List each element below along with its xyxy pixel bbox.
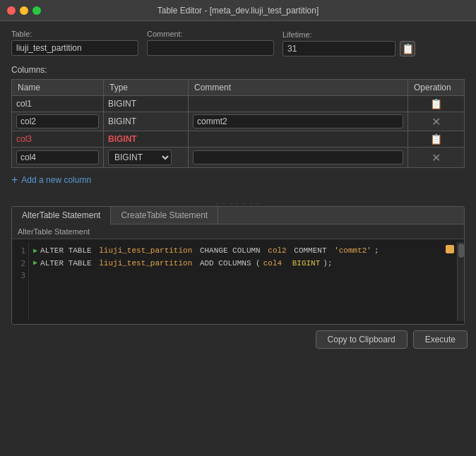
copy-to-clipboard-button[interactable]: Copy to Clipboard: [316, 330, 407, 349]
panel-resizer[interactable]: · · · · · · ·: [0, 200, 476, 206]
status-dot: [446, 245, 454, 253]
code-l2-p1: ALTER TABLE: [40, 258, 96, 270]
bottom-panel-wrapper: AlterTable Statement CreateTable Stateme…: [0, 206, 476, 325]
col1-name: col1: [16, 99, 32, 109]
col4-type-select[interactable]: BIGINT INT VARCHAR STRING DOUBLE FLOAT: [108, 150, 172, 165]
col2-comment-cell: [189, 112, 408, 131]
col4-type-cell: BIGINT INT VARCHAR STRING DOUBLE FLOAT: [104, 148, 189, 168]
code-l1-p2: liuji_test_partition: [99, 245, 192, 258]
code-l2-p3: ADD COLUMNS (: [195, 258, 260, 270]
code-l1-p1: ALTER TABLE: [40, 245, 96, 258]
code-l1-p4: col2: [268, 245, 286, 258]
code-line-2: ▶ ALTER TABLE liuji_test_partition ADD C…: [33, 258, 453, 270]
col4-name-cell: [12, 148, 104, 168]
lifetime-field-group: Lifetime: 📋: [282, 30, 415, 56]
code-l2-p5: [285, 258, 290, 270]
col-header-operation: Operation: [408, 80, 465, 96]
col2-op-cell: ✕: [408, 112, 465, 131]
col3-op-cell: 📋: [408, 131, 465, 148]
add-column-button[interactable]: + Add a new column: [11, 174, 465, 186]
line-num-2: 2: [12, 258, 28, 270]
col4-delete-icon[interactable]: ✕: [432, 152, 441, 164]
code-l1-p3: CHANGE COLUMN: [195, 245, 265, 258]
col3-type-cell: BIGINT: [104, 131, 189, 148]
code-line-3: [33, 270, 453, 282]
code-area: 1 2 3 ▶ ALTER TABLE liuji_test_partition…: [12, 239, 464, 324]
columns-label: Columns:: [11, 65, 465, 75]
columns-table: Name Type Comment Operation col1 BIGINT …: [11, 79, 465, 168]
minimize-button[interactable]: [20, 6, 28, 15]
line-num-3: 3: [12, 270, 28, 282]
bottom-panel: AlterTable Statement CreateTable Stateme…: [11, 206, 465, 325]
col1-type: BIGINT: [108, 99, 136, 109]
table-input[interactable]: [11, 40, 138, 56]
comment-field-group: Comment:: [147, 30, 274, 56]
close-button[interactable]: [7, 6, 16, 15]
col1-op-cell: 📋: [408, 96, 465, 112]
col2-name-input[interactable]: [16, 114, 99, 128]
code-l1-p6: 'commt2': [334, 245, 371, 258]
table-row: BIGINT INT VARCHAR STRING DOUBLE FLOAT ✕: [12, 148, 465, 168]
col-header-type: Type: [104, 80, 189, 96]
col3-edit-icon[interactable]: 📋: [430, 133, 442, 145]
lifetime-icon-button[interactable]: 📋: [400, 41, 415, 56]
run-arrow-1[interactable]: ▶: [33, 246, 37, 257]
col3-name: col3: [16, 134, 32, 144]
execute-button[interactable]: Execute: [413, 330, 468, 349]
comment-input[interactable]: [147, 40, 274, 56]
col2-type-cell: BIGINT: [104, 112, 189, 131]
top-row: Table: Comment: Lifetime: 📋: [11, 30, 465, 56]
table-row: col3 BIGINT 📋: [12, 131, 465, 148]
col4-comment-input[interactable]: [193, 150, 403, 164]
code-l2-p6: BIGINT: [292, 258, 321, 270]
title-bar: Table Editor - [meta_dev.liuji_test_part…: [0, 0, 476, 21]
table-row: col1 BIGINT 📋: [12, 96, 465, 112]
line-numbers: 1 2 3: [12, 242, 29, 321]
code-lines: ▶ ALTER TABLE liuji_test_partition CHANG…: [29, 242, 457, 321]
col2-comment-input[interactable]: [193, 114, 403, 128]
tab-create[interactable]: CreateTable Statement: [111, 207, 218, 224]
code-l2-p4: col4: [263, 258, 282, 270]
add-column-label: Add a new column: [21, 175, 91, 185]
code-l2-p2: liuji_test_partition: [99, 258, 192, 270]
lifetime-label: Lifetime:: [282, 30, 395, 39]
col4-comment-cell: [189, 148, 408, 168]
col2-delete-icon[interactable]: ✕: [432, 116, 441, 128]
code-l1-p5: COMMENT: [290, 245, 331, 258]
col4-op-cell: ✕: [408, 148, 465, 168]
scrollbar-thumb[interactable]: [458, 244, 464, 258]
statement-label: AlterTable Statement: [12, 224, 464, 239]
main-content: Table: Comment: Lifetime: 📋 Columns: Nam…: [0, 21, 476, 195]
code-l2-p7: );: [323, 258, 332, 270]
col2-type: BIGINT: [108, 116, 136, 126]
tab-bar: AlterTable Statement CreateTable Stateme…: [12, 207, 464, 224]
resizer-dots: · · · · · · ·: [216, 200, 260, 208]
code-line-1: ▶ ALTER TABLE liuji_test_partition CHANG…: [33, 245, 453, 258]
col1-comment-cell: [189, 96, 408, 112]
comment-label: Comment:: [147, 30, 274, 38]
table-label: Table:: [11, 30, 138, 38]
run-arrow-2[interactable]: ▶: [33, 258, 37, 269]
col3-comment-cell: [189, 131, 408, 148]
lifetime-input[interactable]: [282, 41, 395, 56]
footer: Copy to Clipboard Execute: [0, 325, 476, 354]
col3-name-cell: col3: [12, 131, 104, 148]
line-num-1: 1: [12, 245, 28, 258]
col-header-comment: Comment: [189, 80, 408, 96]
col4-name-input[interactable]: [16, 150, 99, 164]
col1-edit-icon[interactable]: 📋: [430, 98, 442, 109]
tab-alter[interactable]: AlterTable Statement: [12, 207, 111, 224]
col1-type-cell: BIGINT: [104, 96, 189, 112]
col3-type: BIGINT: [108, 134, 137, 144]
maximize-button[interactable]: [32, 6, 41, 15]
col1-name-cell: col1: [12, 96, 104, 112]
code-l1-p7: ;: [374, 245, 379, 258]
window-title: Table Editor - [meta_dev.liuji_test_part…: [157, 6, 319, 16]
col2-name-cell: [12, 112, 104, 131]
table-field-group: Table:: [11, 30, 138, 56]
window-controls: [7, 6, 41, 15]
lifetime-inner: Lifetime:: [282, 30, 395, 56]
col-header-name: Name: [12, 80, 104, 96]
plus-icon: +: [11, 174, 18, 186]
scrollbar-track[interactable]: [457, 242, 464, 321]
